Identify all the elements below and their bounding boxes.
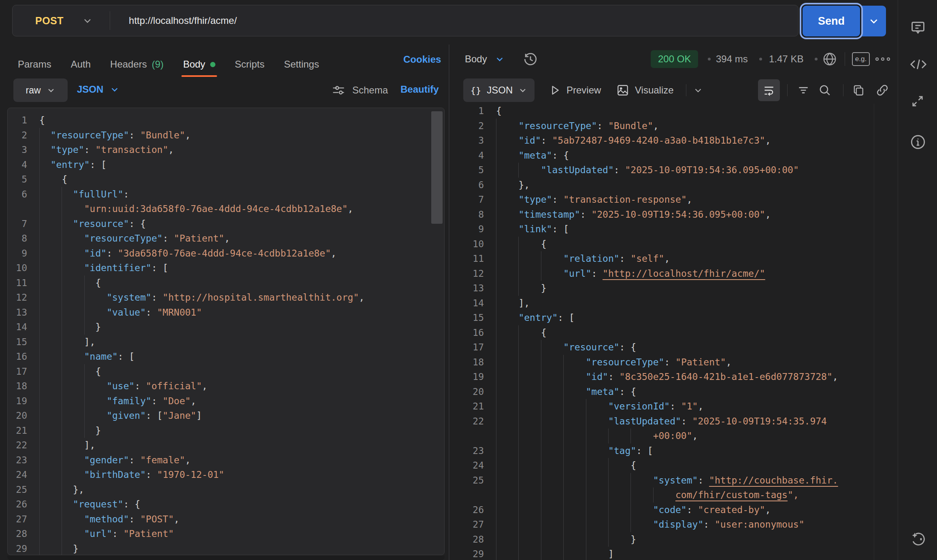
wrap-text-toggle[interactable] [758, 79, 780, 101]
line-number: 21 [458, 399, 496, 414]
cookies-link[interactable]: Cookies [403, 54, 441, 65]
line-number: 24 [8, 467, 39, 482]
beautify-button[interactable]: Beautify [400, 84, 439, 95]
code-line: 18"resourceType": "Patient", [458, 355, 875, 370]
status-badge[interactable]: 200 OK [651, 50, 698, 68]
code-line: 21"versionId": "1", [458, 399, 875, 414]
code-line: 20"meta": { [458, 384, 875, 399]
response-more-options-icon[interactable] [875, 57, 890, 61]
line-number: 14 [8, 320, 39, 335]
info-icon[interactable] [909, 134, 926, 151]
code-line: 4"entry": [ [8, 157, 444, 172]
chevron-down-icon [47, 86, 55, 95]
tab-auth[interactable]: Auth [71, 59, 91, 70]
line-number: 26 [8, 497, 39, 512]
wrap-text-icon [762, 84, 775, 97]
code-line: 18"use": "official", [8, 379, 444, 394]
line-number [8, 202, 39, 216]
save-example-button[interactable]: e.g. [852, 52, 870, 66]
line-number: 4 [8, 157, 39, 172]
code-line: 17"resource": { [458, 340, 875, 355]
code-line: 7"type": "transaction-response", [458, 192, 875, 207]
line-number: 13 [458, 281, 496, 296]
line-number: 16 [8, 349, 39, 364]
body-mode-dropdown[interactable]: raw [13, 78, 68, 102]
line-number: 8 [458, 207, 496, 222]
schema-button[interactable]: Schema [331, 84, 388, 97]
visualize-tab[interactable]: Visualize [616, 84, 674, 97]
network-info-icon[interactable] [822, 51, 837, 67]
tab-params[interactable]: Params [18, 59, 51, 70]
chevron-down-icon[interactable] [693, 85, 703, 95]
tab-scripts[interactable]: Scripts [235, 59, 264, 70]
line-number: 20 [8, 408, 39, 423]
preview-tab[interactable]: Preview [549, 84, 601, 96]
pane-divider[interactable] [449, 45, 449, 560]
line-number: 17 [8, 364, 39, 379]
body-language-dropdown[interactable]: JSON [77, 84, 119, 95]
code-line: 14} [8, 320, 444, 335]
code-line: 9"link": [ [458, 222, 875, 237]
line-number: 4 [458, 148, 496, 163]
comments-icon[interactable] [909, 19, 926, 36]
response-body-viewer[interactable]: 1{2"resourceType": "Bundle",3"id": "5ab7… [458, 104, 875, 560]
code-line: 29} [8, 541, 444, 556]
code-line: 2"resourceType": "Bundle", [8, 128, 444, 143]
code-line: 20"given": ["Jane"] [8, 408, 444, 423]
line-number: 1 [8, 113, 39, 128]
chevron-down-icon [110, 85, 119, 94]
request-editor-hscroll-track[interactable] [7, 556, 445, 560]
line-number: 28 [8, 526, 39, 541]
link-icon[interactable] [875, 83, 889, 97]
code-line: 7"resource": { [8, 216, 444, 231]
code-snippet-icon[interactable] [909, 56, 927, 73]
tab-headers[interactable]: Headers (9) [110, 59, 164, 70]
response-format-dropdown[interactable]: {} JSON [463, 78, 535, 102]
code-line: 1{ [8, 113, 444, 128]
send-button-group: Send [803, 6, 886, 36]
response-body-dropdown[interactable]: Body [465, 53, 487, 65]
line-number: 20 [458, 384, 496, 399]
line-number: 3 [458, 133, 496, 148]
code-line: 11{ [8, 276, 444, 291]
response-time[interactable]: 394 ms [716, 53, 748, 65]
code-line: 25}, [8, 482, 444, 497]
copy-icon[interactable] [852, 84, 865, 97]
code-line: 19"id": "8c350e25-1640-421b-a1e1-e6d0778… [458, 369, 875, 384]
line-number: 2 [8, 128, 39, 143]
response-history-icon[interactable] [522, 51, 539, 67]
chevron-down-icon[interactable] [82, 15, 93, 26]
search-icon[interactable] [818, 83, 832, 97]
send-button[interactable]: Send [803, 6, 860, 36]
filter-icon[interactable] [797, 84, 810, 97]
url-input[interactable]: http://localhost/fhir/acme/ [129, 15, 237, 26]
line-number: 26 [458, 503, 496, 518]
code-line: 9"id": "3da658f0-76ae-4ddd-94ce-4cdbb12a… [8, 246, 444, 261]
chevron-down-icon[interactable] [495, 54, 505, 64]
code-line: 24"birthDate": "1970-12-01" [8, 467, 444, 482]
line-number: 23 [458, 443, 496, 458]
tab-settings[interactable]: Settings [284, 59, 319, 70]
line-number: 22 [458, 414, 496, 429]
tab-body[interactable]: Body [183, 59, 215, 70]
postbot-icon[interactable] [909, 530, 927, 548]
code-line: 29] [458, 547, 875, 560]
request-editor-scrollbar[interactable] [431, 111, 443, 224]
code-line: 13"value": "MRN001" [8, 305, 444, 320]
code-line: 28"url": "Patient" [8, 526, 444, 541]
line-number: 25 [458, 473, 496, 488]
resize-panes-icon[interactable] [909, 93, 926, 109]
method-selector[interactable]: POST [13, 15, 64, 27]
code-line: 24{ [458, 458, 875, 473]
body-modified-dot [210, 62, 215, 67]
code-line: 5"lastUpdated": "2025-10-09T19:54:36.095… [458, 163, 875, 178]
request-body-editor[interactable]: 1{2"resourceType": "Bundle",3"type": "tr… [7, 108, 445, 555]
response-size[interactable]: 1.47 KB [769, 53, 803, 65]
toolbar-divider [686, 84, 686, 96]
image-icon [616, 84, 629, 97]
line-number: 24 [458, 458, 496, 473]
code-line: 4"meta": { [458, 148, 875, 163]
line-number: 17 [458, 340, 496, 355]
response-editor-edge [874, 104, 874, 560]
send-options-button[interactable] [862, 6, 886, 36]
